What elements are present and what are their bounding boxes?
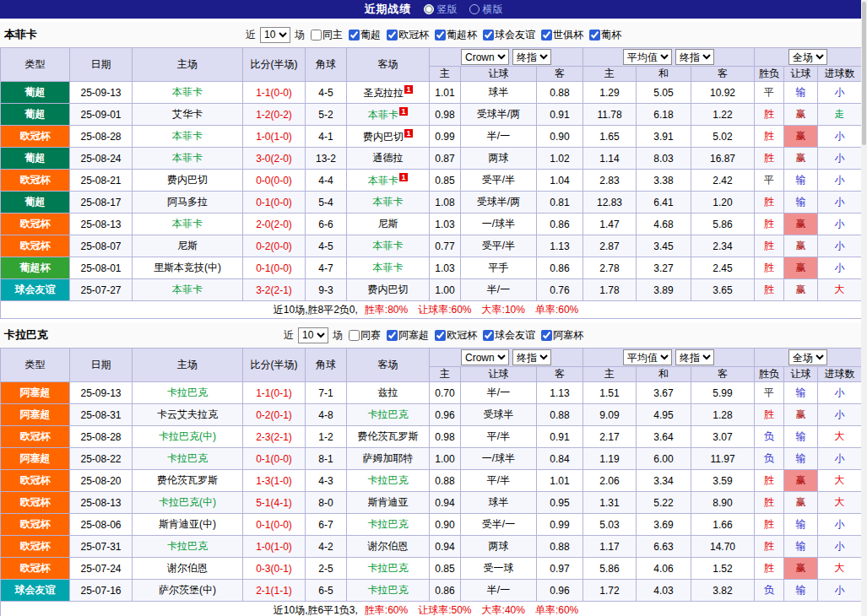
- same-checkbox[interactable]: [311, 30, 322, 41]
- result-goals: 大: [818, 492, 862, 514]
- avg-away-odds: 2.45: [691, 257, 755, 279]
- result-wdl: 胜: [755, 104, 784, 126]
- away-team-cell: 兹拉: [347, 382, 430, 404]
- away-team-cell: 本菲卡: [347, 192, 430, 213]
- league-filter[interactable]: 阿塞超: [387, 328, 429, 343]
- same-filter[interactable]: 同主: [311, 28, 343, 42]
- away-team: 斯肯迪亚: [368, 496, 409, 508]
- layout-option-vertical[interactable]: 竖版: [424, 3, 458, 17]
- result-goals: 大: [818, 279, 862, 301]
- odds-away: 0.91: [537, 104, 583, 126]
- radio-label-horizontal: 横版: [483, 3, 503, 17]
- column-header: 客场: [347, 48, 430, 82]
- match-score: 1-1(0-1): [243, 382, 306, 404]
- fullmatch-select[interactable]: 全场: [788, 49, 827, 65]
- bookmaker-select[interactable]: Crown: [461, 49, 509, 65]
- corner-score: 7-1: [306, 382, 347, 404]
- layout-option-horizontal[interactable]: 横版: [469, 3, 503, 17]
- result-handicap: 输: [784, 580, 818, 602]
- match-score: 0-1(0-0): [243, 192, 306, 213]
- home-team-cell: 卡拉巴克: [133, 382, 243, 404]
- avg-home-odds: 1.31: [583, 492, 637, 514]
- league-checkbox[interactable]: [589, 30, 600, 41]
- final-index-select[interactable]: 终指: [512, 349, 551, 365]
- odds-home: 1.03: [430, 257, 461, 279]
- odds-home: 0.98: [430, 426, 461, 448]
- handicap-line: 半/一: [461, 126, 537, 148]
- same-filter[interactable]: 同赛: [349, 328, 381, 343]
- scrollbar-thumb[interactable]: [862, 2, 866, 145]
- match-date: 25-09-01: [70, 104, 133, 126]
- table-row: 欧冠杯25-08-21费内巴切0-0(0-0)4-4本菲卡10.85受平/半1.…: [1, 170, 862, 192]
- result-group-header: 全场: [755, 48, 862, 67]
- league-badge: 欧冠杯: [1, 558, 70, 580]
- odds-home: 0.70: [430, 382, 461, 404]
- match-date: 25-09-13: [70, 82, 133, 104]
- league-checkbox[interactable]: [483, 330, 494, 341]
- avg-away-odds: 1.20: [691, 192, 755, 213]
- league-checkbox[interactable]: [349, 30, 360, 41]
- league-filter[interactable]: 葡杯: [589, 28, 621, 42]
- match-date: 25-08-21: [70, 170, 133, 192]
- avg-away-odds: 2.34: [691, 235, 755, 257]
- league-filter[interactable]: 球会友谊: [483, 328, 535, 343]
- home-team-cell: 阿马多拉: [133, 192, 243, 213]
- final-index-select[interactable]: 终指: [675, 349, 714, 365]
- average-select[interactable]: 平均值: [623, 49, 672, 65]
- avg-away-odds: 3.07: [691, 426, 755, 448]
- result-goals: 小: [818, 382, 862, 404]
- league-badge: 欧冠杯: [1, 170, 70, 192]
- match-count-select[interactable]: 10: [298, 327, 328, 343]
- league-checkbox[interactable]: [541, 30, 552, 41]
- league-checkbox[interactable]: [387, 30, 398, 41]
- column-header: 胜负: [755, 67, 784, 82]
- match-score: 1-2(0-2): [243, 104, 306, 126]
- final-index-select[interactable]: 终指: [512, 49, 551, 65]
- column-header: 角球: [306, 349, 347, 382]
- league-filter[interactable]: 葡超: [349, 28, 381, 42]
- table-row: 欧冠杯25-08-13本菲卡2-0(2-0)6-6尼斯1.03一/球半0.861…: [1, 213, 862, 235]
- league-badge: 葡超: [1, 148, 70, 170]
- match-score: 0-2(0-1): [243, 404, 306, 426]
- league-filter[interactable]: 欧冠杯: [387, 28, 429, 42]
- away-team-cell: 卡拉巴克: [347, 558, 430, 580]
- result-goals: 小: [818, 514, 862, 536]
- result-handicap: 赢: [784, 148, 818, 170]
- league-filter[interactable]: 欧冠杯: [435, 328, 477, 343]
- same-checkbox[interactable]: [349, 330, 360, 341]
- avg-away-odds: 5.99: [691, 382, 755, 404]
- avg-draw-odds: 6.41: [637, 192, 691, 213]
- results-table: 类型日期主场比分(半场)角球客场Crown终指平均值终指全场主让球客主和客胜负让…: [0, 348, 862, 616]
- team-section: 卡拉巴克近10场同赛阿塞超欧冠杯球会友谊阿塞杯类型日期主场比分(半场)角球客场C…: [0, 322, 867, 616]
- match-score: 0-1(0-0): [243, 257, 306, 279]
- league-checkbox[interactable]: [387, 330, 398, 341]
- league-checkbox[interactable]: [435, 30, 446, 41]
- away-team-cell: 本菲卡1: [347, 170, 430, 192]
- home-team-cell: 本菲卡: [133, 213, 243, 235]
- away-team-cell: 费伦茨瓦罗斯: [347, 426, 430, 448]
- corner-score: 6-7: [306, 514, 347, 536]
- avg-draw-odds: 5.05: [637, 82, 691, 104]
- average-select[interactable]: 平均值: [623, 349, 672, 365]
- scrollbar-track[interactable]: [861, 0, 867, 616]
- away-team: 费伦茨瓦罗斯: [358, 430, 419, 442]
- fullmatch-select[interactable]: 全场: [788, 349, 827, 365]
- home-team-cell: 本菲卡: [133, 148, 243, 170]
- league-filter[interactable]: 世俱杯: [541, 28, 583, 42]
- league-filter[interactable]: 葡超杯: [435, 28, 477, 42]
- match-count-select[interactable]: 10: [260, 27, 290, 43]
- home-team-cell: 卡拉巴克(中): [133, 492, 243, 514]
- table-row: 欧冠杯25-08-07尼斯0-2(0-0)4-5本菲卡0.77受平/半1.132…: [1, 235, 862, 257]
- bookmaker-select[interactable]: Crown: [461, 349, 509, 365]
- league-checkbox[interactable]: [435, 330, 446, 341]
- league-filter[interactable]: 阿塞杯: [541, 328, 583, 343]
- odds-away: 0.88: [537, 404, 583, 426]
- table-row: 葡超杯25-08-01里斯本竞技(中)0-1(0-0)4-7本菲卡1.03平手0…: [1, 257, 862, 279]
- final-index-select[interactable]: 终指: [675, 49, 714, 65]
- league-filter[interactable]: 球会友谊: [483, 28, 535, 42]
- odds-away: 0.90: [537, 126, 583, 148]
- near-label: 近: [246, 28, 256, 42]
- avg-away-odds: 2.42: [691, 170, 755, 192]
- league-checkbox[interactable]: [483, 30, 494, 41]
- league-checkbox[interactable]: [541, 330, 552, 341]
